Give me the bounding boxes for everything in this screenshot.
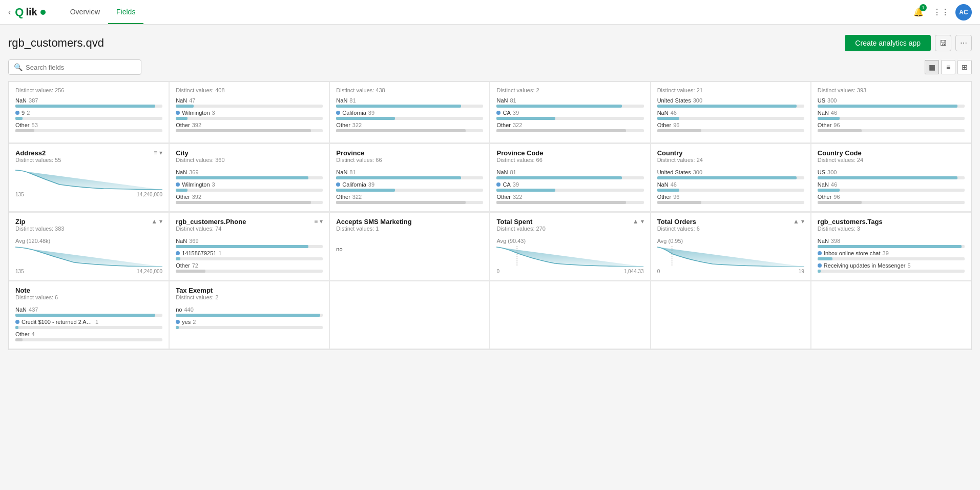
notification-badge: 1: [920, 4, 927, 11]
chart-icon-zip[interactable]: ▲: [151, 218, 157, 225]
top-partial-row: Distinct values: 256 NaN387 92 Other53: [9, 81, 971, 144]
header-right: 🔔 1 ⋮⋮ AC: [910, 4, 972, 21]
sort-icon-phone[interactable]: ≡: [314, 218, 318, 225]
bar-count-9: 2: [27, 110, 30, 116]
field-distinct-address2: Distinct values: 55: [15, 157, 61, 163]
field-distinct-tags: Distinct values: 3: [818, 226, 883, 232]
field-card-top-1: Distinct values: 408 NaN47 Wilmington3 O…: [169, 81, 329, 143]
field-empty-3: [651, 281, 811, 349]
bar-count-nan-1: 47: [189, 97, 195, 104]
cc-us-label: US: [818, 169, 825, 175]
tags-messenger-label: Receiving updates in Messenger: [824, 262, 906, 269]
pc-nan-count: 81: [510, 169, 516, 175]
tab-fields[interactable]: Fields: [108, 0, 143, 24]
bar-label-9: 9: [22, 110, 25, 116]
fields-grid: Distinct values: 256 NaN387 92 Other53: [8, 81, 972, 350]
bar-count-other-4: 96: [673, 122, 679, 128]
prov-ca-dot: [336, 182, 340, 187]
country-nan-count: 46: [671, 181, 677, 188]
apps-button[interactable]: ⋮⋮: [933, 4, 949, 21]
note-credit-count: 1: [95, 319, 98, 325]
chart-icon-orders[interactable]: ▲: [793, 218, 799, 225]
sparkline-zip: [15, 246, 162, 267]
prov-other-count: 322: [352, 194, 362, 200]
tax-yes-label: yes: [182, 319, 191, 325]
create-analytics-btn[interactable]: Create analytics app: [845, 35, 931, 51]
chart-icon-spent[interactable]: ▲: [633, 218, 639, 225]
field-header-city: City Distinct values: 360: [176, 149, 323, 167]
dot-icon-1: [176, 111, 180, 115]
notifications-button[interactable]: 🔔 1: [910, 4, 927, 21]
view-table-button[interactable]: ⊞: [957, 60, 972, 74]
bar-label-nan-5: NaN: [818, 110, 829, 116]
field-name-zip: Zip: [15, 218, 64, 226]
chevron-down-icon-orders[interactable]: ▾: [801, 218, 804, 225]
pc-other-count: 322: [513, 194, 522, 200]
sort-icon-address2[interactable]: ≡: [154, 149, 157, 156]
country-us-label: United States: [657, 169, 691, 175]
page-content: rgb_customers.qvd Create analytics app 🖫…: [0, 25, 980, 350]
field-header-country: Country Distinct values: 24: [657, 149, 804, 167]
back-button[interactable]: ‹: [8, 8, 11, 17]
phone-num-label: 14158679251: [182, 250, 216, 256]
bar-label-california: California: [342, 110, 366, 116]
field-name-address2: Address2: [15, 149, 61, 157]
qlik-text: lik: [26, 6, 37, 18]
field-empty-2: [490, 281, 650, 349]
field-header-phone: rgb_customers.Phone Distinct values: 74 …: [176, 218, 323, 236]
chevron-down-icon-spent[interactable]: ▾: [641, 218, 644, 225]
field-header-tax-exempt: Tax Exempt Distinct values: 2: [176, 287, 323, 304]
bar-count-us: 300: [693, 97, 702, 104]
field-card-top-4: Distinct values: 21 United States300 NaN…: [651, 81, 811, 143]
phone-nan-label: NaN: [176, 238, 187, 244]
field-header-sms: Accepts SMS Marketing Distinct values: 1: [336, 218, 483, 236]
tab-overview[interactable]: Overview: [62, 0, 108, 24]
avatar[interactable]: AC: [955, 4, 972, 21]
field-distinct-city: Distinct values: 360: [176, 157, 224, 163]
bar-count-nan-4: 46: [671, 110, 677, 116]
page-title: rgb_customers.qvd: [8, 36, 104, 50]
field-distinct-total-spent: Distinct values: 270: [496, 226, 545, 232]
field-distinct-zip: Distinct values: 383: [15, 226, 64, 232]
view-list-button[interactable]: ≡: [941, 60, 955, 74]
field-name-province: Province: [336, 149, 382, 157]
bar-count-nan-5: 46: [831, 110, 837, 116]
field-distinct-tax-exempt: Distinct values: 2: [176, 294, 218, 300]
field-tax-exempt: Tax Exempt Distinct values: 2 no440 yes2: [169, 281, 329, 349]
field-name-total-orders: Total Orders: [657, 218, 700, 226]
bar-label-nan-4: NaN: [657, 110, 669, 116]
chevron-down-icon-address2[interactable]: ▾: [159, 149, 162, 156]
distinct-top-1: Distinct values: 408: [176, 87, 323, 93]
field-name-total-spent: Total Spent: [496, 218, 545, 226]
grid-icon: ⋮⋮: [933, 7, 949, 17]
view-grid-button[interactable]: ▦: [925, 60, 939, 74]
more-button[interactable]: ⋯: [955, 35, 972, 51]
search-input[interactable]: [26, 64, 136, 71]
chevron-down-icon-zip[interactable]: ▾: [159, 218, 162, 225]
logo-area: ‹ Q lik: [8, 6, 46, 19]
pc-other-label: Other: [496, 194, 511, 200]
search-row: 🔍 ▦ ≡ ⊞: [8, 59, 972, 75]
zip-dist-min: 135: [15, 269, 24, 274]
cc-nan-count: 46: [831, 181, 837, 188]
zip-avg-label: Avg (120.48k): [15, 238, 162, 244]
field-zip: Zip Distinct values: 383 ▲ ▾ Avg (120.48…: [9, 212, 169, 280]
zip-dist-max: 14,240,000: [137, 269, 162, 274]
tags-inbox-dot: [818, 251, 822, 255]
country-nan-label: NaN: [657, 181, 669, 188]
field-tags: rgb_customers.Tags Distinct values: 3 Na…: [811, 212, 971, 280]
distinct-top-3: Distinct values: 2: [496, 87, 643, 93]
field-card-top-0: Distinct values: 256 NaN387 92 Other53: [9, 81, 169, 143]
note-other-count: 4: [32, 331, 35, 337]
field-phone: rgb_customers.Phone Distinct values: 74 …: [169, 212, 329, 280]
phone-other-label: Other: [176, 262, 190, 269]
bar-label-us: United States: [657, 97, 691, 104]
field-name-phone: rgb_customers.Phone: [176, 218, 246, 226]
field-distinct-country-code: Distinct values: 24: [818, 157, 863, 163]
cc-other-count: 96: [833, 194, 840, 200]
chevron-down-icon-phone[interactable]: ▾: [320, 218, 323, 225]
title-row: rgb_customers.qvd Create analytics app 🖫…: [8, 25, 972, 59]
spent-avg-label: Avg (90.43): [496, 238, 643, 244]
save-button[interactable]: 🖫: [935, 35, 951, 51]
tax-yes-dot: [176, 320, 180, 324]
